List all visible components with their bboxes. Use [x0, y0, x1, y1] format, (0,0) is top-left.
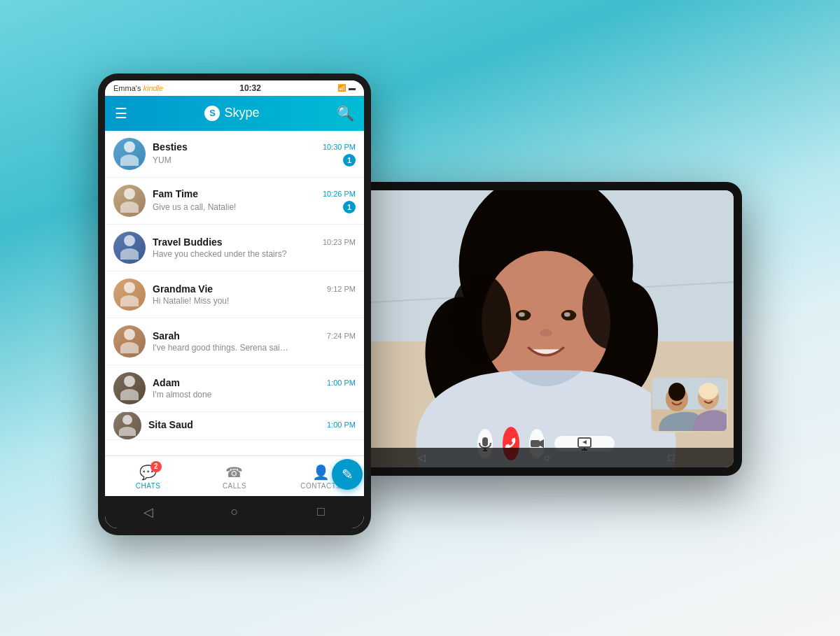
- avatar-sita: [113, 412, 141, 440]
- chat-preview-famtime: Give us a call, Natalie!: [153, 202, 236, 212]
- chat-content-famtime: Fam Time 10:26 PM Give us a call, Natali…: [153, 188, 356, 213]
- calls-nav-icon: ☎: [225, 464, 243, 481]
- chat-content-besties: Besties 10:30 PM YUM 1: [153, 141, 356, 167]
- chat-item-sita[interactable]: Sita Saud 1:00 PM: [105, 412, 364, 440]
- chat-bottom-besties: YUM 1: [153, 154, 356, 167]
- chat-preview-adam: I'm almost done: [153, 390, 211, 400]
- chat-item-sarah[interactable]: Sarah 7:24 PM I've heard good things. Se…: [105, 318, 364, 365]
- app-name-label: Skype: [224, 106, 259, 120]
- status-icons: 📶 ▬: [337, 84, 356, 92]
- chat-time-famtime: 10:26 PM: [323, 190, 356, 198]
- chat-time-travel: 10:23 PM: [323, 238, 356, 246]
- chat-list: Besties 10:30 PM YUM 1: [105, 131, 364, 455]
- home-btn-land[interactable]: ○: [544, 452, 550, 463]
- hamburger-menu-icon[interactable]: ☰: [115, 105, 127, 122]
- chat-content-travel: Travel Buddies 10:23 PM Have you checked…: [153, 236, 356, 259]
- chat-name-travel: Travel Buddies: [153, 236, 223, 248]
- wifi-icon: 📶: [337, 84, 346, 92]
- chat-top-besties: Besties 10:30 PM: [153, 141, 356, 153]
- chat-item-travel[interactable]: Travel Buddies 10:23 PM Have you checked…: [105, 225, 364, 271]
- svg-point-13: [451, 274, 512, 365]
- chat-content-grandma: Grandma Vie 9:12 PM Hi Natalie! Miss you…: [153, 283, 356, 306]
- pip-svg: [652, 378, 728, 432]
- skype-header: ☰ S Skype 🔍: [105, 96, 364, 131]
- chats-nav-badge: 2: [150, 461, 162, 472]
- svg-marker-29: [582, 440, 587, 444]
- svg-point-10: [519, 312, 525, 316]
- avatar-icon-besties: [113, 138, 146, 170]
- back-btn-land[interactable]: ◁: [418, 452, 426, 463]
- chats-nav-label: CHATS: [136, 482, 161, 490]
- tablet-portrait: Emma's kindle 10:32 📶 ▬ ☰ S Skype 🔍: [98, 73, 371, 535]
- chat-item-famtime[interactable]: Fam Time 10:26 PM Give us a call, Natali…: [105, 178, 364, 225]
- portrait-screen: Emma's kindle 10:32 📶 ▬ ☰ S Skype 🔍: [105, 80, 364, 528]
- chat-time-adam: 1:00 PM: [327, 379, 356, 387]
- devices-container: Emma's kindle 10:32 📶 ▬ ☰ S Skype 🔍: [98, 73, 742, 563]
- landscape-screen: ◁ ○ □: [358, 190, 734, 467]
- nav-item-chats[interactable]: 💬 2 CHATS: [105, 464, 191, 490]
- badge-besties: 1: [343, 154, 356, 167]
- badge-famtime: 1: [343, 201, 356, 213]
- status-time: 10:32: [239, 83, 261, 93]
- chat-name-sarah: Sarah: [153, 330, 180, 341]
- contacts-nav-icon: 👤: [312, 464, 330, 481]
- chat-item-adam[interactable]: Adam 1:00 PM I'm almost done: [105, 365, 364, 412]
- avatar-adam: [113, 372, 146, 404]
- chat-item-besties[interactable]: Besties 10:30 PM YUM 1: [105, 131, 364, 178]
- avatar-sarah: [113, 325, 146, 358]
- recent-button[interactable]: □: [310, 504, 331, 519]
- svg-rect-21: [482, 437, 488, 446]
- chat-time-grandma: 9:12 PM: [327, 285, 356, 293]
- status-bar: Emma's kindle 10:32 📶 ▬: [105, 80, 364, 96]
- svg-point-11: [564, 312, 570, 316]
- android-nav-portrait: ◁ ○ □: [105, 496, 364, 528]
- chat-name-famtime: Fam Time: [153, 188, 198, 199]
- skype-logo-icon: S: [204, 106, 220, 121]
- compose-icon: ✎: [342, 466, 354, 483]
- chat-content-sita: Sita Saud 1:00 PM: [148, 419, 356, 432]
- video-main: ◁ ○ □: [358, 190, 734, 467]
- chat-item-grandma[interactable]: Grandma Vie 9:12 PM Hi Natalie! Miss you…: [105, 271, 364, 318]
- bottom-nav: 💬 2 CHATS ☎ CALLS 👤 CONTACTS: [105, 455, 364, 496]
- avatar-travel: [113, 232, 146, 264]
- pip-video: [651, 376, 728, 432]
- device-name: Emma's kindle: [113, 84, 163, 92]
- svg-point-20: [699, 383, 718, 400]
- calls-nav-label: CALLS: [223, 482, 246, 490]
- chat-preview-besties: YUM: [153, 155, 172, 165]
- chat-content-sarah: Sarah 7:24 PM I've heard good things. Se…: [153, 330, 356, 353]
- android-nav-landscape: ◁ ○ □: [358, 448, 734, 467]
- home-button[interactable]: ○: [224, 504, 245, 519]
- avatar-icon-famtime: [113, 185, 146, 217]
- chat-time-sarah: 7:24 PM: [327, 332, 356, 340]
- chat-name-sita: Sita Saud: [148, 419, 193, 430]
- svg-point-18: [668, 383, 685, 401]
- chat-preview-sarah: I've heard good things. Serena said she.…: [153, 343, 293, 353]
- svg-point-14: [582, 266, 640, 349]
- chat-preview-grandma: Hi Natalie! Miss you!: [153, 296, 229, 306]
- avatar-famtime: [113, 185, 146, 217]
- avatar-besties: [113, 138, 146, 170]
- search-icon[interactable]: 🔍: [337, 105, 354, 122]
- tablet-landscape: ◁ ○ □: [350, 182, 742, 476]
- svg-rect-24: [531, 440, 540, 447]
- back-button[interactable]: ◁: [138, 504, 159, 520]
- compose-fab-button[interactable]: ✎: [332, 459, 363, 490]
- chat-preview-travel: Have you checked under the stairs?: [153, 249, 286, 259]
- svg-point-12: [540, 329, 552, 337]
- battery-icon: ▬: [349, 84, 356, 92]
- chat-content-adam: Adam 1:00 PM I'm almost done: [153, 377, 356, 400]
- chat-name-grandma: Grandma Vie: [153, 283, 213, 295]
- nav-item-calls[interactable]: ☎ CALLS: [191, 464, 277, 490]
- recent-btn-land[interactable]: □: [668, 452, 674, 463]
- app-title: S Skype: [204, 106, 259, 121]
- svg-marker-25: [540, 439, 544, 448]
- chat-time-besties: 10:30 PM: [323, 143, 356, 151]
- chat-name-adam: Adam: [153, 377, 180, 388]
- nav-icon-wrap-chats: 💬 2: [138, 464, 159, 481]
- chat-name-besties: Besties: [153, 141, 188, 153]
- chat-time-sita: 1:00 PM: [327, 421, 356, 429]
- avatar-grandma: [113, 278, 146, 311]
